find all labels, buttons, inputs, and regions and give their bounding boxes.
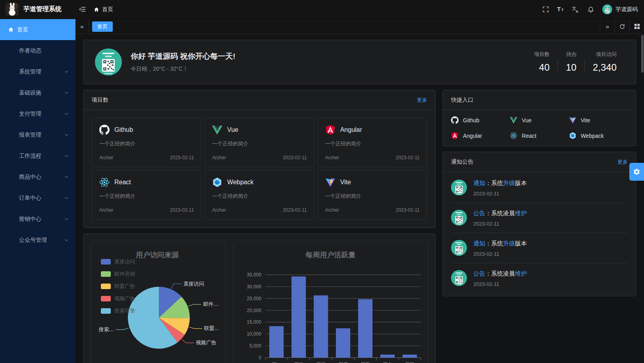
app-title: 芋道管理系统 — [23, 5, 62, 14]
project-card-github[interactable]: Github一个正经的简介Archer2023-02-11 — [92, 118, 201, 167]
notice-item-notice-4: 公告：系统凌晨维护2023-02-11 — [451, 263, 628, 293]
legend-item-1[interactable]: 邮件营销 — [101, 270, 135, 278]
locale-icon[interactable]: 文A — [569, 3, 582, 16]
sidebar-item-pay[interactable]: 支付管理 — [0, 103, 75, 124]
breadcrumb[interactable]: 首页 — [94, 6, 113, 13]
tab-home[interactable]: 首页 — [92, 21, 113, 32]
notice-title[interactable]: 通知：系统升级版本 — [473, 240, 527, 247]
notice-title[interactable]: 通知：系统升级版本 — [473, 180, 527, 187]
layout-grid-icon[interactable] — [629, 19, 644, 34]
project-card-vue[interactable]: Vue一个正经的简介Archer2023-02-11 — [204, 118, 314, 167]
project-author: Archer — [99, 155, 113, 160]
pie-legend: 直接访问邮件营销联盟广告视频广告搜索引擎 — [101, 258, 135, 320]
notices-list: 通知：系统升级版本2023-02-11公告：系统凌晨维护2023-02-11通知… — [443, 172, 636, 296]
sidebar-item-marketing[interactable]: 营销中心 — [0, 209, 75, 230]
github-icon — [451, 116, 459, 124]
tabs-scroll-right-icon[interactable]: » — [600, 19, 615, 34]
notice-date: 2023-02-11 — [473, 281, 527, 287]
project-card-webpack[interactable]: Webpack一个正经的简介Archer2023-02-11 — [204, 170, 314, 220]
sidebar-item-label: 营销中心 — [19, 216, 41, 223]
notices-more-link[interactable]: 更多 — [617, 158, 628, 166]
legend-item-0[interactable]: 直接访问 — [101, 258, 135, 265]
home-icon — [94, 7, 99, 12]
svg-text:周五: 周五 — [361, 361, 370, 363]
stat-value: 40 — [534, 62, 550, 73]
quick-entry-angular[interactable]: Angular — [451, 132, 510, 139]
stat-label: 待办 — [566, 51, 577, 58]
sidebar-item-label: 商品中心 — [19, 174, 41, 181]
quick-entry-title: 快捷入口 — [451, 97, 473, 104]
project-date: 2023-02-11 — [396, 207, 420, 213]
angular-icon — [325, 125, 335, 135]
quick-entry-react[interactable]: React — [510, 132, 569, 139]
notice-title[interactable]: 公告：系统凌晨维护 — [473, 270, 527, 278]
notice-title-segment: 通知 — [473, 240, 485, 247]
sidebar-item-mp[interactable]: 公众号管理 — [0, 230, 75, 251]
svg-text:视频广告: 视频广告 — [196, 340, 216, 346]
legend-label: 视频广告 — [114, 295, 135, 302]
project-card-header: Vite — [325, 177, 420, 187]
notice-title[interactable]: 公告：系统凌晨维护 — [473, 210, 527, 217]
sidebar-item-infra[interactable]: 基础设施 — [0, 82, 75, 103]
legend-item-3[interactable]: 视频广告 — [101, 295, 135, 302]
gear-icon — [633, 168, 640, 176]
project-footer: Archer2023-02-11 — [325, 207, 420, 213]
sidebar-item-workflow[interactable]: 工作流程 — [0, 145, 75, 166]
sidebar-item-label: 支付管理 — [19, 110, 41, 118]
project-desc: 一个正经的简介 — [99, 140, 194, 147]
menu-fold-icon[interactable] — [75, 3, 89, 16]
projects-title: 项目数 — [92, 97, 108, 104]
avatar — [602, 4, 612, 14]
sidebar: 首页作者动态系统管理基础设施支付管理报表管理工作流程商品中心订单中心营销中心公众… — [0, 19, 75, 363]
bell-icon[interactable] — [584, 3, 598, 16]
logo-zone[interactable]: 芋道管理系统 — [0, 3, 75, 16]
project-card-react[interactable]: React一个正经的简介Archer2023-02-11 — [92, 170, 201, 220]
project-desc: 一个正经的简介 — [212, 140, 307, 147]
charts-card: 用户访问来源 直接访问邮件营销联盟广告视频广告搜索引擎 直接访问邮件...联盟.… — [83, 234, 436, 363]
sidebar-item-product[interactable]: 商品中心 — [0, 166, 75, 187]
projects-card: 项目数 更多 Github一个正经的简介Archer2023-02-11Vue一… — [83, 90, 436, 228]
svg-text:20,000: 20,000 — [247, 307, 261, 313]
quick-entry-vue[interactable]: Vue — [510, 116, 569, 124]
app-window: 芋道管理系统 首页 TT 文A 芋道源码 首页作者动态系统管理基础设施支付管理报… — [0, 0, 644, 363]
notice-content: 公告：系统凌晨维护2023-02-11 — [473, 270, 527, 287]
notice-item-notice-3: 通知：系统升级版本2023-02-11 — [451, 233, 628, 263]
quick-entry-vite[interactable]: Vite — [569, 116, 628, 124]
project-author: Archer — [99, 207, 113, 213]
sidebar-item-author-news[interactable]: 作者动态 — [0, 40, 75, 61]
user-menu[interactable]: 芋道源码 — [602, 4, 638, 14]
project-card-angular[interactable]: Angular一个正经的简介Archer2023-02-11 — [318, 118, 427, 167]
sidebar-item-home[interactable]: 首页 — [0, 19, 75, 40]
font-size-icon[interactable]: TT — [554, 3, 567, 16]
svg-text:周二: 周二 — [294, 361, 303, 363]
sidebar-item-report[interactable]: 报表管理 — [0, 124, 75, 145]
project-author: Archer — [212, 155, 226, 160]
notice-title-segment: ：系统 — [485, 240, 503, 247]
chevron-down-icon — [64, 90, 69, 95]
legend-label: 搜索引擎 — [114, 307, 135, 315]
legend-item-4[interactable]: 搜索引擎 — [101, 307, 135, 315]
notice-qr-avatar — [451, 180, 467, 195]
github-icon — [99, 125, 110, 135]
scrollbar-thumb[interactable] — [641, 35, 644, 73]
sidebar-item-system[interactable]: 系统管理 — [0, 61, 75, 82]
project-desc: 一个正经的简介 — [212, 193, 307, 200]
svg-text:T: T — [561, 8, 563, 12]
sidebar-item-order[interactable]: 订单中心 — [0, 187, 75, 209]
project-card-vite[interactable]: Vite一个正经的简介Archer2023-02-11 — [318, 170, 427, 220]
quick-entry-webpack[interactable]: Webpack — [569, 132, 628, 139]
sidebar-item-label: 工作流程 — [19, 153, 41, 160]
legend-item-2[interactable]: 联盟广告 — [101, 283, 135, 290]
notice-qr-avatar — [451, 270, 467, 286]
project-desc: 一个正经的简介 — [99, 193, 194, 200]
legend-swatch — [101, 271, 111, 277]
refresh-icon[interactable] — [615, 19, 629, 34]
svg-text:周六: 周六 — [383, 361, 392, 363]
quick-entry-github[interactable]: Github — [451, 116, 510, 124]
sidebar-menu: 首页作者动态系统管理基础设施支付管理报表管理工作流程商品中心订单中心营销中心公众… — [0, 19, 75, 251]
notice-date: 2023-02-11 — [473, 251, 527, 257]
projects-more-link[interactable]: 更多 — [417, 97, 427, 104]
tabs-scroll-left-icon[interactable]: « — [75, 19, 89, 34]
fullscreen-icon[interactable] — [539, 3, 552, 16]
project-footer: Archer2023-02-11 — [325, 155, 420, 160]
